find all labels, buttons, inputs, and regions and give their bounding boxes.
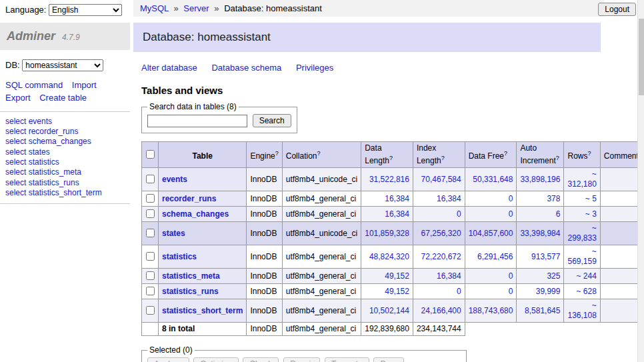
- column-header-index-length[interactable]: Index Length?: [413, 142, 465, 168]
- cell-index-length-link[interactable]: 67,256,320: [421, 229, 461, 238]
- cell-index-length-link[interactable]: 0: [457, 287, 461, 296]
- cell-data-length-link[interactable]: 48,824,320: [369, 252, 409, 261]
- cell-engine: InnoDB: [247, 284, 282, 299]
- sidebar-item-select-recorder-runs[interactable]: select recorder_runs: [5, 127, 125, 137]
- cell-auto-increment-link[interactable]: 6: [556, 209, 561, 219]
- cell-auto-increment-link[interactable]: 33,398,984: [520, 229, 560, 238]
- cell-data-free-link[interactable]: 50,331,648: [473, 175, 513, 184]
- sidebar-item-select-statistics-short-term[interactable]: select statistics_short_term: [5, 188, 125, 198]
- sidebar-item-select-statistics[interactable]: select statistics: [5, 157, 125, 167]
- db-select[interactable]: homeassistant: [22, 59, 103, 71]
- search-button[interactable]: Search: [253, 114, 291, 127]
- row-checkbox[interactable]: [146, 252, 155, 261]
- cell-auto-increment-link[interactable]: 33,898,196: [520, 175, 560, 184]
- cell-data-length-link[interactable]: 16,384: [385, 209, 409, 219]
- table-name-link[interactable]: schema_changes: [162, 209, 229, 219]
- column-header-data-length[interactable]: Data Length?: [361, 142, 413, 168]
- repair-button[interactable]: Repair: [283, 357, 320, 362]
- cell-data-length-link[interactable]: 101,859,328: [365, 229, 409, 238]
- scrollbar-thumb[interactable]: [639, 19, 644, 95]
- table-name-link[interactable]: events: [162, 175, 187, 184]
- row-checkbox[interactable]: [146, 175, 155, 183]
- cell-data-length-link[interactable]: 10,502,144: [369, 306, 409, 315]
- cell-rows-link[interactable]: ~ 628: [576, 287, 596, 296]
- cell-rows-link[interactable]: ~ 569,159: [567, 247, 596, 266]
- database-schema-link[interactable]: Database schema: [211, 63, 281, 73]
- sidebar-link-sql-command[interactable]: SQL command: [5, 80, 63, 90]
- privileges-link[interactable]: Privileges: [296, 63, 333, 73]
- table-name-link[interactable]: statistics_runs: [162, 287, 219, 296]
- cell-data-free-link[interactable]: 0: [509, 287, 513, 296]
- select-all-checkbox[interactable]: [146, 150, 155, 159]
- cell-data-free-link[interactable]: 0: [509, 209, 513, 219]
- check-button[interactable]: Check: [243, 357, 279, 362]
- breadcrumb-separator: »: [173, 3, 178, 13]
- search-input[interactable]: [147, 115, 247, 127]
- cell-rows-link[interactable]: ~ 312,180: [567, 169, 596, 189]
- column-header-auto-increment[interactable]: Auto Increment?: [517, 142, 564, 168]
- cell-index-length-link[interactable]: 72,220,672: [421, 252, 461, 261]
- language-label: Language:: [5, 5, 46, 15]
- column-header-rows[interactable]: Rows?: [564, 142, 600, 168]
- optimize-button[interactable]: Optimize: [193, 357, 238, 362]
- sidebar-link-import[interactable]: Import: [72, 80, 97, 90]
- cell-auto-increment-link[interactable]: 325: [547, 271, 560, 281]
- sidebar-item-select-schema-changes[interactable]: select schema_changes: [5, 137, 125, 147]
- row-checkbox[interactable]: [146, 229, 155, 237]
- cell-auto-increment-link[interactable]: 378: [547, 194, 560, 203]
- row-checkbox[interactable]: [146, 306, 155, 315]
- cell-index-length-link[interactable]: 70,467,584: [421, 175, 461, 184]
- truncate-button[interactable]: Truncate: [325, 357, 369, 362]
- column-header-collation[interactable]: Collation?: [282, 142, 361, 168]
- cell-index-length-link[interactable]: 24,166,400: [421, 306, 461, 315]
- language-select[interactable]: English: [49, 4, 122, 16]
- breadcrumb-server-link[interactable]: Server: [183, 3, 209, 13]
- cell-rows-link[interactable]: ~ 136,108: [567, 301, 596, 320]
- cell-index-length-link[interactable]: 16,384: [437, 194, 461, 203]
- cell-rows-link[interactable]: ~ 3: [585, 209, 597, 219]
- sidebar-link-create-table[interactable]: Create table: [39, 93, 87, 103]
- table-name-link[interactable]: statistics: [162, 252, 197, 261]
- sidebar-item-select-events[interactable]: select events: [5, 117, 125, 127]
- alter-database-link[interactable]: Alter database: [141, 63, 197, 73]
- cell-auto-increment-link[interactable]: 913,577: [531, 252, 560, 261]
- logout-button[interactable]: Logout: [598, 3, 636, 16]
- row-checkbox[interactable]: [146, 194, 155, 203]
- cell-auto-increment-link[interactable]: 39,999: [536, 287, 561, 296]
- table-name-link[interactable]: statistics_meta: [162, 271, 220, 281]
- table-name-link[interactable]: recorder_runs: [162, 194, 216, 203]
- breadcrumb-mysql-link[interactable]: MySQL: [140, 3, 169, 13]
- table-name-link[interactable]: statistics_short_term: [162, 306, 243, 315]
- sidebar-item-select-states[interactable]: select states: [5, 147, 125, 157]
- column-header-table[interactable]: Table: [159, 142, 247, 168]
- cell-data-length-link[interactable]: 49,152: [385, 287, 409, 296]
- cell-data-free-link[interactable]: 188,743,680: [469, 306, 513, 315]
- row-checkbox[interactable]: [146, 271, 155, 280]
- cell-data-free-link[interactable]: 0: [509, 194, 513, 203]
- drop-button[interactable]: Drop: [373, 357, 404, 362]
- cell-data-free-link[interactable]: 0: [509, 271, 513, 281]
- cell-data-free-link[interactable]: 104,857,600: [469, 229, 513, 238]
- cell-rows-link[interactable]: ~ 244: [576, 271, 596, 281]
- cell-auto-increment-link[interactable]: 8,581,645: [525, 306, 560, 315]
- cell-data-length-link[interactable]: 16,384: [385, 194, 409, 203]
- cell-index-length-link[interactable]: 0: [457, 209, 461, 219]
- cell-rows-link[interactable]: ~ 5: [585, 194, 597, 203]
- cell-collation: utf8mb4_unicode_ci: [282, 168, 361, 191]
- breadcrumb: MySQL » Server » Database: homeassistant: [133, 0, 604, 17]
- cell-rows-link[interactable]: ~ 299,833: [567, 223, 596, 243]
- table-name-link[interactable]: states: [162, 229, 185, 238]
- row-checkbox[interactable]: [146, 287, 155, 295]
- cell-data-length-link[interactable]: 49,152: [385, 271, 409, 281]
- sidebar-item-select-statistics-runs[interactable]: select statistics_runs: [5, 178, 125, 188]
- column-header-engine[interactable]: Engine?: [247, 142, 282, 168]
- column-header-data-free[interactable]: Data Free?: [465, 142, 517, 168]
- cell-data-length-link[interactable]: 31,522,816: [369, 175, 409, 184]
- row-checkbox[interactable]: [146, 209, 155, 218]
- cell-data-free-link[interactable]: 6,291,456: [477, 252, 513, 261]
- vertical-scrollbar[interactable]: [637, 0, 644, 362]
- sidebar-item-select-statistics-meta[interactable]: select statistics_meta: [5, 167, 125, 177]
- analyze-button[interactable]: Analyze: [147, 357, 189, 362]
- cell-index-length-link[interactable]: 16,384: [437, 271, 461, 281]
- sidebar-link-export[interactable]: Export: [5, 93, 31, 103]
